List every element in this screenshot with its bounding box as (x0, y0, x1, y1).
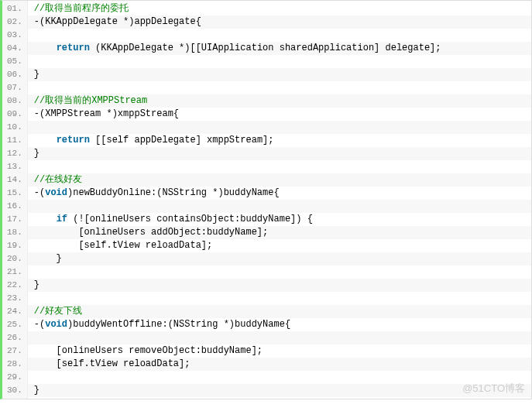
line-number: 18. (2, 226, 27, 239)
code-token: [self.tView reloadData]; (34, 240, 212, 251)
code-token: //取得当前程序的委托 (34, 3, 129, 14)
code-line (28, 81, 531, 94)
line-number: 25. (2, 318, 27, 331)
code-token: //在线好友 (34, 174, 82, 185)
watermark: @51CTO博客 (462, 382, 525, 396)
line-number: 17. (2, 213, 27, 226)
code-line: return [[self appDelegate] xmppStream]; (28, 134, 531, 147)
code-token: } (34, 69, 39, 80)
code-line: } (28, 384, 531, 397)
code-token: [onlineUsers removeObject:buddyName]; (34, 345, 263, 356)
code-token: //好友下线 (34, 306, 82, 317)
code-line: return (KKAppDelegate *)[[UIApplication … (28, 42, 531, 55)
line-number: 14. (2, 173, 27, 187)
code-token: void (45, 319, 67, 330)
line-number: 19. (2, 239, 27, 252)
code-token: } (34, 385, 39, 396)
line-number: 06. (2, 68, 27, 81)
code-line: if (![onlineUsers containsObject:buddyNa… (28, 213, 531, 226)
code-line: //取得当前的XMPPStream (28, 94, 531, 108)
line-number: 04. (2, 42, 27, 55)
code-line: //在线好友 (28, 173, 531, 187)
line-number: 24. (2, 305, 27, 318)
code-line (28, 331, 531, 344)
code-line (28, 160, 531, 173)
line-number: 15. (2, 187, 27, 200)
code-line: -(XMPPStream *)xmppStream{ (28, 108, 531, 121)
line-number: 16. (2, 200, 27, 213)
code-line: -(void)newBuddyOnline:(NSString *)buddyN… (28, 187, 531, 200)
code-token: )newBuddyOnline:(NSString *)buddyName{ (67, 187, 280, 198)
code-token: } (34, 253, 62, 264)
line-number: 30. (2, 384, 27, 397)
code-area: //取得当前程序的委托-(KKAppDelegate *)appDelegate… (28, 1, 531, 399)
code-line (28, 371, 531, 384)
line-number: 12. (2, 147, 27, 160)
code-token: (KKAppDelegate *)[[UIApplication sharedA… (90, 43, 441, 53)
line-number: 10. (2, 121, 27, 134)
code-line (28, 200, 531, 213)
line-number-gutter: 01.02.03.04.05.06.07.08.09.10.11.12.13.1… (2, 1, 28, 399)
code-line: //好友下线 (28, 305, 531, 318)
code-line (28, 266, 531, 279)
code-token: return (57, 43, 90, 53)
line-number: 13. (2, 160, 27, 173)
code-token (34, 135, 57, 146)
line-number: 11. (2, 134, 27, 147)
code-block: 01.02.03.04.05.06.07.08.09.10.11.12.13.1… (0, 0, 532, 399)
code-token: (![onlineUsers containsObject:buddyName]… (67, 214, 313, 224)
line-number: 09. (2, 108, 27, 121)
line-number: 07. (2, 81, 27, 94)
code-line: } (28, 279, 531, 292)
code-line (28, 121, 531, 134)
code-line (28, 55, 531, 68)
code-line: [onlineUsers removeObject:buddyName]; (28, 344, 531, 358)
line-number: 20. (2, 252, 27, 266)
line-number: 23. (2, 292, 27, 305)
code-line: } (28, 252, 531, 266)
code-line: } (28, 68, 531, 81)
code-token: -( (34, 187, 45, 198)
code-line: [onlineUsers addObject:buddyName]; (28, 226, 531, 239)
code-line: -(KKAppDelegate *)appDelegate{ (28, 15, 531, 29)
code-line: -(void)buddyWentOffline:(NSString *)budd… (28, 318, 531, 331)
line-number: 02. (2, 15, 27, 29)
code-token: return (57, 135, 90, 146)
line-number: 22. (2, 279, 27, 292)
code-token: } (34, 279, 39, 290)
code-line: } (28, 147, 531, 160)
line-number: 27. (2, 344, 27, 358)
line-number: 29. (2, 371, 27, 384)
line-number: 28. (2, 358, 27, 371)
line-number: 21. (2, 266, 27, 279)
code-token (34, 214, 57, 224)
code-token: void (45, 187, 67, 198)
code-line: //取得当前程序的委托 (28, 2, 531, 15)
code-token: -(XMPPStream *)xmppStream{ (34, 108, 179, 119)
line-number: 01. (2, 2, 27, 15)
code-token (34, 43, 57, 53)
code-line (28, 29, 531, 42)
code-token: [onlineUsers addObject:buddyName]; (34, 227, 268, 238)
code-token: -( (34, 319, 45, 330)
code-token: //取得当前的XMPPStream (34, 95, 147, 106)
code-line: [self.tView reloadData]; (28, 358, 531, 371)
code-token: [[self appDelegate] xmppStream]; (90, 135, 274, 146)
line-number: 03. (2, 29, 27, 42)
code-token: )buddyWentOffline:(NSString *)buddyName{ (67, 319, 290, 330)
line-number: 05. (2, 55, 27, 68)
code-token: if (57, 214, 67, 224)
code-token: } (34, 148, 39, 159)
code-token: -(KKAppDelegate *)appDelegate{ (34, 16, 201, 27)
line-number: 08. (2, 94, 27, 108)
code-line: [self.tView reloadData]; (28, 239, 531, 252)
code-token: [self.tView reloadData]; (34, 358, 190, 369)
line-number: 26. (2, 331, 27, 344)
code-line (28, 292, 531, 305)
